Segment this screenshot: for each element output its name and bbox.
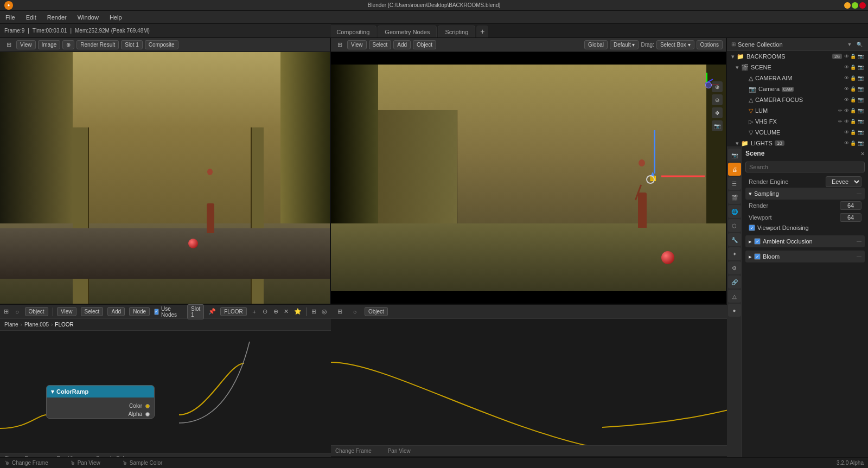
color-socket[interactable]	[145, 404, 150, 408]
output-props-button[interactable]: 🖨	[728, 163, 741, 176]
use-nodes-checkbox[interactable]	[154, 309, 159, 315]
node-canvas-right[interactable]	[331, 319, 727, 445]
render-engine-label: Render Engine	[749, 178, 826, 185]
outliner-item-vhs-fx[interactable]: ▷ VHS FX ✏ 👁 🔒 📷	[727, 116, 868, 127]
node-object-btn[interactable]: Object	[25, 307, 48, 316]
viewport-view-menu[interactable]: View	[347, 40, 367, 49]
minimize-button[interactable]	[844, 2, 851, 9]
slot-dropdown[interactable]: Slot 1	[121, 40, 143, 49]
options-button[interactable]: Options	[697, 40, 723, 49]
bloom-header[interactable]: ▸ Bloom —	[745, 251, 865, 262]
3d-viewport-area: ⊞ View Select Add Object Global Default …	[331, 38, 727, 304]
node-options-icon[interactable]: ⭐	[294, 306, 302, 317]
transform-gizmo[interactable]	[630, 160, 663, 193]
bloom-checkbox[interactable]	[754, 253, 761, 260]
node-overlay-icon[interactable]: ◎	[321, 306, 328, 317]
node-right-menu-icon[interactable]: ⊞	[334, 306, 345, 317]
viewport-denoising-checkbox[interactable]	[749, 225, 755, 231]
physics-props-button[interactable]: ⚙	[728, 261, 741, 274]
tab-compositing[interactable]: Compositing	[329, 25, 376, 37]
menu-render[interactable]: Render	[45, 13, 69, 22]
node-view-btn[interactable]: View	[57, 307, 76, 316]
properties-search[interactable]	[745, 162, 865, 172]
render-mode-button[interactable]: Image	[38, 40, 61, 49]
node-right-object-btn[interactable]: Object	[365, 307, 388, 316]
node-canvas-left[interactable]: ▾ ColorRamp Color Alpha	[0, 331, 331, 453]
sampling-header[interactable]: ▾ Sampling —	[745, 188, 865, 200]
status-change-frame: 🖱 Change Frame	[4, 460, 48, 466]
outliner-item-camera-focus[interactable]: △ CAMERA FOCUS 👁 🔒 📷	[727, 94, 868, 105]
alpha-socket[interactable]	[145, 412, 150, 416]
pan-button[interactable]: ✥	[712, 107, 723, 118]
tab-geometry-nodes[interactable]: Geometry Nodes	[378, 25, 437, 37]
node-type-icon[interactable]: ○	[14, 306, 21, 317]
bc-floor[interactable]: FLOOR	[55, 322, 73, 328]
viewport-add-menu[interactable]: Add	[393, 40, 411, 49]
node-add-material-icon[interactable]: +	[251, 306, 258, 317]
object-props-button[interactable]: ⬡	[728, 219, 741, 232]
node-node-btn[interactable]: Node	[129, 307, 150, 316]
orientation-dropdown[interactable]: Global	[584, 40, 608, 49]
tab-scripting[interactable]: Scripting	[438, 25, 475, 37]
menu-help[interactable]: Help	[107, 13, 124, 22]
bc-plane005[interactable]: Plane.005	[24, 322, 49, 328]
world-props-button[interactable]: 🌐	[728, 205, 741, 218]
menu-edit[interactable]: Edit	[24, 13, 39, 22]
zoom-in-button[interactable]: ⊕	[712, 81, 723, 92]
node-add-btn[interactable]: Add	[107, 307, 125, 316]
view-menu-button[interactable]: View	[16, 40, 36, 49]
render-type-button[interactable]: ⊕	[62, 40, 74, 49]
outliner-item-scene[interactable]: ▾ 🎬 SCENE 👁 🔒 📷	[727, 62, 868, 73]
node-menu-icon[interactable]: ⊞	[3, 306, 10, 317]
node-copy-icon[interactable]: ⊕	[272, 306, 279, 317]
maximize-button[interactable]	[852, 2, 858, 9]
zoom-out-button[interactable]: ⊖	[712, 94, 723, 105]
properties-close[interactable]: ✕	[860, 151, 865, 157]
outliner-item-lum[interactable]: ▽ LUM ✏ 👁 🔒 📷	[727, 105, 868, 116]
node-slot-dropdown[interactable]: Slot 1	[187, 304, 204, 319]
particle-props-button[interactable]: ✦	[728, 247, 741, 260]
viewport-select-menu[interactable]: Select	[369, 40, 392, 49]
footer-right-item2: Pan View	[388, 448, 411, 454]
node-browse-icon[interactable]: ⊙	[261, 306, 268, 317]
camera-button[interactable]: 📷	[712, 120, 723, 131]
menu-window[interactable]: Window	[75, 13, 101, 22]
constraints-props-button[interactable]: 🔗	[728, 275, 741, 289]
status-pan-view: 🖱 Pan View	[70, 460, 100, 466]
ambient-occlusion-header[interactable]: ▸ Ambient Occlusion —	[745, 235, 865, 247]
node-select-btn[interactable]: Select	[81, 307, 104, 316]
render-samples-row: Render 64	[745, 200, 865, 211]
outliner-item-backrooms[interactable]: ▾ 📁 BACKROOMS 26 👁 🔒 📷	[727, 51, 868, 62]
close-button[interactable]	[859, 2, 866, 9]
viewport-menu-icon[interactable]: ⊞	[334, 40, 345, 50]
window-controls	[844, 2, 866, 9]
scene-props-button[interactable]: 🎬	[728, 191, 741, 204]
render-props-button[interactable]: 📷	[728, 149, 741, 162]
render-samples-value[interactable]: 64	[840, 201, 861, 210]
drag-mode-dropdown[interactable]: Select Box ▾	[656, 40, 694, 49]
outliner-item-camera[interactable]: 📷 Camera CAM 👁 🔒 📷	[727, 84, 868, 94]
ambient-occlusion-checkbox[interactable]	[754, 238, 761, 245]
node-grid-icon[interactable]: ⊞	[310, 306, 317, 317]
viewport-object-menu[interactable]: Object	[413, 40, 436, 49]
bc-plane[interactable]: Plane	[4, 322, 18, 328]
outliner-filter-button[interactable]: ▼	[845, 40, 854, 49]
node-right-type-icon[interactable]: ○	[349, 306, 360, 317]
composite-button[interactable]: Composite	[145, 40, 178, 49]
material-props-button[interactable]: ●	[728, 304, 741, 317]
render-menu-icon[interactable]: ⊞	[3, 40, 14, 50]
color-ramp-node[interactable]: ▾ ColorRamp Color Alpha	[46, 385, 155, 419]
node-x-icon[interactable]: ✕	[283, 306, 290, 317]
modifier-props-button[interactable]: 🔧	[728, 233, 741, 246]
menu-file[interactable]: File	[3, 13, 17, 22]
default-dropdown[interactable]: Default ▾	[610, 40, 639, 49]
view-layer-button[interactable]: ☰	[728, 177, 741, 190]
data-props-button[interactable]: △	[728, 290, 741, 303]
node-pin-icon[interactable]: 📌	[208, 306, 216, 317]
viewport-samples-value[interactable]: 64	[840, 213, 861, 222]
render-engine-dropdown[interactable]: Eevee	[826, 176, 861, 187]
outliner-item-volume[interactable]: ▽ VOLUME 👁 🔒 📷	[727, 127, 868, 138]
add-workspace-button[interactable]: +	[476, 25, 488, 37]
outliner-search-button[interactable]: 🔍	[855, 40, 864, 49]
outliner-item-camera-aim[interactable]: △ CAMERA AIM 👁 🔒 📷	[727, 73, 868, 84]
